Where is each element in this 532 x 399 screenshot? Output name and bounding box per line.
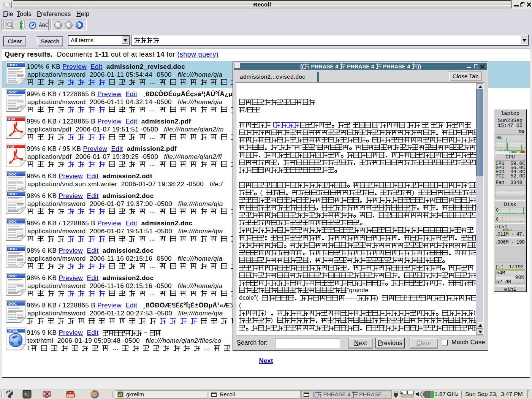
svg-text:HTML: HTML: [8, 329, 18, 332]
svg-text:DOC: DOC: [8, 219, 17, 223]
svg-text:DOC: DOC: [8, 90, 17, 94]
svg-text:DOC: DOC: [8, 274, 17, 278]
svg-text:DOC: DOC: [8, 63, 17, 67]
svg-text:0%: 0%: [496, 135, 502, 141]
svg-text:DOC: DOC: [8, 192, 17, 196]
svg-text:PDF: PDF: [8, 117, 15, 121]
svg-text:DOC: DOC: [8, 247, 17, 251]
svg-text:>_: >_: [24, 393, 29, 397]
svg-text:DOC: DOC: [8, 301, 17, 306]
svg-text:DOC: DOC: [8, 172, 17, 176]
svg-text:PDF: PDF: [8, 145, 15, 149]
svg-text:0: 0: [496, 217, 499, 222]
svg-text:0: 0: [496, 208, 499, 213]
